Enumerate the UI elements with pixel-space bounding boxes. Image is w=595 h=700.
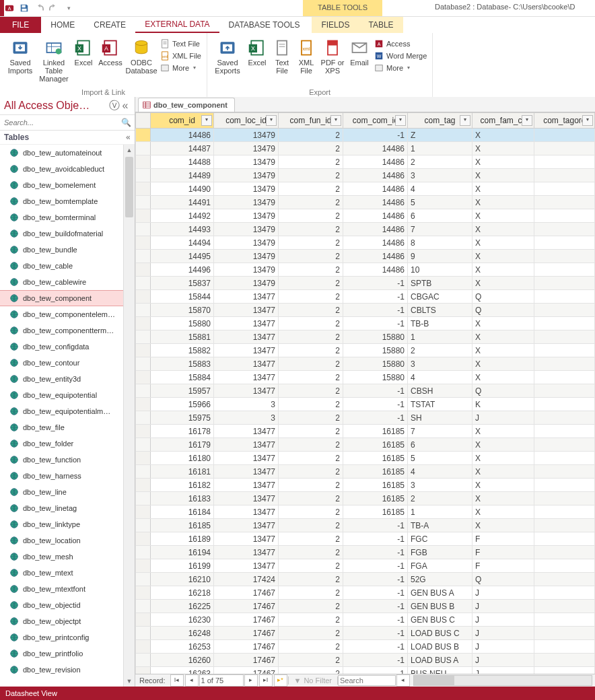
cell[interactable]: 2 bbox=[279, 182, 343, 196]
cell[interactable] bbox=[534, 492, 595, 505]
cell[interactable]: 2 bbox=[279, 546, 343, 559]
cell[interactable]: 16210 bbox=[151, 573, 214, 586]
cell[interactable]: -1 bbox=[343, 129, 408, 142]
cell[interactable]: 10 bbox=[408, 263, 473, 277]
cell[interactable] bbox=[534, 505, 595, 519]
cell[interactable]: X bbox=[473, 142, 534, 155]
row-selector[interactable] bbox=[136, 586, 151, 600]
cell[interactable]: 15844 bbox=[151, 290, 214, 304]
nav-item[interactable]: dbo_tew_entity3d bbox=[0, 371, 135, 387]
nav-item[interactable]: dbo_tew_printfolio bbox=[0, 645, 135, 662]
cell[interactable]: 15880 bbox=[151, 317, 214, 330]
cell[interactable]: 16183 bbox=[151, 492, 214, 505]
cell[interactable]: 5 bbox=[408, 196, 473, 209]
cell[interactable]: X bbox=[473, 479, 534, 492]
table-row[interactable]: 15844134772-1CBGACQ bbox=[136, 290, 595, 304]
cell[interactable] bbox=[534, 196, 595, 209]
cell[interactable]: 13477 bbox=[214, 559, 279, 573]
cell[interactable]: 15957 bbox=[151, 384, 214, 398]
cell[interactable]: 2 bbox=[279, 330, 343, 344]
nav-item[interactable]: dbo_tew_revision bbox=[0, 662, 135, 678]
row-selector[interactable] bbox=[136, 263, 151, 277]
cell[interactable]: 3 bbox=[408, 479, 473, 492]
table-row[interactable]: 16260174672-1LOAD BUS AJ bbox=[136, 654, 595, 667]
export-pdf-xps-button[interactable]: PDF or XPS bbox=[319, 36, 346, 75]
cell[interactable]: J bbox=[473, 627, 534, 640]
nav-item[interactable]: dbo_tew_bomelement bbox=[0, 177, 135, 193]
cell[interactable] bbox=[534, 304, 595, 317]
cell[interactable]: 13477 bbox=[214, 505, 279, 519]
cell[interactable]: 17467 bbox=[214, 640, 279, 654]
cell[interactable] bbox=[534, 330, 595, 344]
nav-category-tables[interactable]: Tables « bbox=[0, 131, 135, 145]
cell[interactable]: 16185 bbox=[343, 438, 408, 452]
cell[interactable]: 16185 bbox=[343, 492, 408, 505]
export-more-button[interactable]: More▾ bbox=[373, 63, 428, 73]
column-header[interactable]: com_loc_id▾ bbox=[214, 113, 279, 129]
cell[interactable] bbox=[534, 169, 595, 182]
cell[interactable] bbox=[534, 654, 595, 667]
cell[interactable]: 15880 bbox=[343, 371, 408, 384]
row-selector[interactable] bbox=[136, 155, 151, 169]
cell[interactable]: 16189 bbox=[151, 532, 214, 546]
cell[interactable]: 3 bbox=[214, 411, 279, 425]
cell[interactable]: 15880 bbox=[343, 357, 408, 371]
export-text-file-button[interactable]: Text File bbox=[271, 36, 293, 75]
cell[interactable]: X bbox=[473, 196, 534, 209]
table-row[interactable]: 14493134792144867X bbox=[136, 223, 595, 236]
nav-dropdown-icon[interactable]: ⓥ bbox=[109, 100, 120, 111]
cell[interactable] bbox=[534, 438, 595, 452]
column-dropdown-icon[interactable]: ▾ bbox=[460, 115, 470, 126]
nav-item[interactable]: dbo_tew_equipotential bbox=[0, 387, 135, 403]
scroll-down-arrow-icon[interactable]: ▼ bbox=[124, 676, 135, 687]
row-selector[interactable] bbox=[136, 236, 151, 250]
import-excel-button[interactable]: XExcel bbox=[71, 36, 96, 67]
table-row[interactable]: 14495134792144869X bbox=[136, 250, 595, 263]
cell[interactable]: 16178 bbox=[151, 425, 214, 438]
cell[interactable]: 2 bbox=[279, 438, 343, 452]
scroll-up-arrow-icon[interactable]: ▲ bbox=[124, 145, 135, 155]
table-row[interactable]: 16182134772161853X bbox=[136, 479, 595, 492]
nav-item[interactable]: dbo_tew_bomtemplate bbox=[0, 193, 135, 209]
cell[interactable]: -1 bbox=[343, 290, 408, 304]
cell[interactable]: 14486 bbox=[343, 223, 408, 236]
table-row[interactable]: 16183134772161852X bbox=[136, 492, 595, 505]
cell[interactable]: 13477 bbox=[214, 290, 279, 304]
table-row[interactable]: 14490134792144864X bbox=[136, 182, 595, 196]
cell[interactable]: 13477 bbox=[214, 371, 279, 384]
cell[interactable] bbox=[534, 479, 595, 492]
cell[interactable]: 2 bbox=[279, 384, 343, 398]
cell[interactable]: 14486 bbox=[343, 169, 408, 182]
cell[interactable]: 4 bbox=[408, 182, 473, 196]
cell[interactable]: Q bbox=[473, 290, 534, 304]
cell[interactable]: 14486 bbox=[343, 209, 408, 223]
cell[interactable]: 13477 bbox=[214, 317, 279, 330]
table-row[interactable]: 16218174672-1GEN BUS AJ bbox=[136, 586, 595, 600]
cell[interactable]: X bbox=[473, 519, 534, 532]
cell[interactable] bbox=[534, 640, 595, 654]
row-selector[interactable] bbox=[136, 304, 151, 317]
nav-item[interactable]: dbo_tew_avoidcableduct bbox=[0, 161, 135, 177]
nav-item[interactable]: dbo_tew_mtextfont bbox=[0, 581, 135, 597]
row-selector[interactable] bbox=[136, 519, 151, 532]
nav-item[interactable]: dbo_tew_folder bbox=[0, 435, 135, 452]
cell[interactable] bbox=[534, 613, 595, 627]
save-icon[interactable] bbox=[18, 1, 31, 15]
cell[interactable]: 15882 bbox=[151, 344, 214, 357]
cell[interactable]: 2 bbox=[279, 573, 343, 586]
cell[interactable]: X bbox=[473, 465, 534, 479]
hscroll-left-button[interactable]: ◂ bbox=[396, 674, 410, 687]
cell[interactable]: 2 bbox=[279, 425, 343, 438]
nav-item[interactable]: dbo_tew_component bbox=[0, 290, 135, 306]
cell[interactable]: 13477 bbox=[214, 546, 279, 559]
cell[interactable]: 14486 bbox=[343, 236, 408, 250]
cell[interactable]: X bbox=[473, 357, 534, 371]
cell[interactable]: 16218 bbox=[151, 586, 214, 600]
column-header[interactable]: com_com_ic▾ bbox=[343, 113, 408, 129]
cell[interactable]: 14493 bbox=[151, 223, 214, 236]
cell[interactable]: 16185 bbox=[343, 465, 408, 479]
cell[interactable] bbox=[534, 209, 595, 223]
cell[interactable]: 2 bbox=[279, 559, 343, 573]
cell[interactable]: 13477 bbox=[214, 304, 279, 317]
cell[interactable]: 5 bbox=[408, 452, 473, 465]
